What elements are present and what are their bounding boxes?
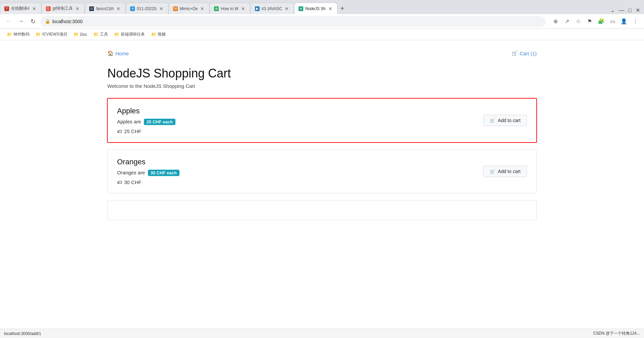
bookmark-label: Doc [80,32,87,37]
bookmark-item[interactable]: 📁前端调研任务 [111,30,148,39]
user-button[interactable]: 👤 [619,17,629,26]
folder-icon: 📁 [151,32,156,37]
tab-favicon: ✕ [130,6,135,11]
tab-title: fancn21th [96,6,114,11]
tab-title: gif录制工具 [53,6,73,11]
tab-favicon: M [173,6,178,11]
tab-title: 011-2022S [137,6,157,11]
product-info-apples: Apples Apples are 25 CHF each 🏷 25 CHF [117,107,483,134]
folder-icon: 📁 [73,32,79,37]
bookmark-item[interactable]: 📁工具 [91,30,111,39]
page-content: 🏠 Home 🛒 Cart (1) NodeJS Shopping Cart W… [0,40,644,329]
tab-close-button[interactable]: ✕ [75,5,80,12]
browser-frame: Y 在线翻译# ✕ G gif录制工具 ✕ ⊙ fancn21th ✕ ✕ 01… [0,0,644,338]
product-name-apples: Apples [117,107,483,115]
sidebar-button[interactable]: ▭ [608,17,617,26]
minimize-button[interactable]: — [618,7,626,14]
app-container: 🏠 Home 🛒 Cart (1) NodeJS Shopping Cart W… [87,40,557,237]
tab-close-button[interactable]: ✕ [328,5,333,12]
tab-t4[interactable]: ✕ 011-2022S ✕ [126,3,168,14]
bookmarks-bar: 📁神州数码📁ICVIEWS项目📁Doc📁工具📁前端调研任务📁视频 [0,29,644,40]
add-to-cart-button-oranges[interactable]: 🛒 Add to cart [483,166,527,177]
product-price-oranges: 🏷 30 CHF [117,179,483,185]
tab-title: 43 JAVASC [262,6,282,11]
page-title: NodeJS Shopping Cart [107,66,537,80]
tab-t6[interactable]: ⊕ How to W ✕ [210,3,250,14]
tab-t3[interactable]: ⊙ fancn21th ✕ [85,3,125,14]
new-tab-button[interactable]: + [338,3,347,14]
address-input-wrap[interactable]: 🔒 localhost:3000 [40,16,545,27]
product-card-2 [107,200,537,220]
menu-button[interactable]: ⋮ [631,17,640,26]
folder-icon: 📁 [36,32,41,37]
home-label: Home [115,51,129,56]
tab-bar: Y 在线翻译# ✕ G gif录制工具 ✕ ⊙ fancn21th ✕ ✕ 01… [0,0,644,14]
tab-close-button[interactable]: ✕ [284,5,289,12]
product-price-text-oranges: 30 CHF [124,179,142,185]
bookmark-label: 工具 [100,32,108,37]
bookmark-item[interactable]: 📁ICVIEWS项目 [33,30,70,39]
cart-label: Cart (1) [520,51,537,56]
cart-link[interactable]: 🛒 Cart (1) [512,50,537,56]
cart-icon-oranges: 🛒 [490,169,495,174]
product-card-apples: Apples Apples are 25 CHF each 🏷 25 CHF 🛒… [107,98,537,143]
status-right-text: CSDN @下一个转角124... [593,331,640,336]
product-name-oranges: Oranges [117,158,483,166]
tab-t7[interactable]: ▶ 43 JAVASC ✕ [251,3,294,14]
status-bar: localhost:3000/add/1 CSDN @下一个转角124... [0,329,644,338]
profile-button[interactable]: ⚑ [585,17,594,26]
bookmark-item[interactable]: 📁神州数码 [4,30,32,39]
product-price-badge-apples: 25 CHF each [144,119,175,125]
product-info-oranges: Oranges Oranges are 30 CHF each 🏷 30 CHF [117,158,483,185]
tab-close-button[interactable]: ✕ [32,5,37,12]
tab-t1[interactable]: Y 在线翻译# ✕ [0,3,41,14]
bookmark-button[interactable]: ☆ [574,17,583,26]
product-desc-apples: Apples are 25 CHF each [117,119,483,125]
tab-favicon: ⊕ [299,6,303,11]
tab-t8[interactable]: ⊕ NodeJS Sh ✕ [294,3,337,14]
tag-icon-apples: 🏷 [117,128,122,134]
tab-t5[interactable]: M Mimic+De ✕ [169,3,210,14]
product-price-text-apples: 25 CHF [124,128,142,134]
status-url: localhost:3000/add/1 [4,331,41,336]
tab-favicon: G [46,6,51,11]
home-icon: 🏠 [107,50,114,56]
tab-title: Mimic+De [180,6,198,11]
products-container: Apples Apples are 25 CHF each 🏷 25 CHF 🛒… [107,98,537,220]
tab-t2[interactable]: G gif录制工具 ✕ [42,3,85,14]
product-desc-oranges: Oranges are 30 CHF each [117,170,483,176]
extensions-button[interactable]: 🧩 [596,17,606,26]
back-button[interactable]: ← [4,17,13,26]
tab-end-controls: ⌄ — □ ✕ [609,6,644,14]
tab-close-button[interactable]: ✕ [200,5,205,12]
add-to-cart-button-apples[interactable]: 🛒 Add to cart [483,115,527,126]
maximize-button[interactable]: □ [627,7,633,14]
lock-icon: 🔒 [45,19,50,24]
reload-button[interactable]: ↻ [28,17,38,26]
product-price-apples: 🏷 25 CHF [117,128,483,134]
bookmark-label: 前端调研任务 [121,32,145,37]
tab-favicon: ⊕ [214,6,219,11]
cart-icon-apples: 🛒 [490,118,495,123]
bookmark-item[interactable]: 📁视频 [148,30,168,39]
tab-close-button[interactable]: ✕ [240,5,246,12]
product-price-badge-oranges: 30 CHF each [148,170,179,176]
tab-close-button[interactable]: ✕ [116,5,121,12]
forward-button[interactable]: → [16,17,25,26]
address-text: localhost:3000 [52,19,541,24]
close-browser-button[interactable]: ✕ [634,6,641,14]
cart-icon: 🛒 [512,50,518,56]
share-button[interactable]: ↗ [562,17,572,26]
bookmark-label: 视频 [158,32,166,37]
home-link[interactable]: 🏠 Home [107,50,129,56]
folder-icon: 📁 [114,32,119,37]
product-card-oranges: Oranges Oranges are 30 CHF each 🏷 30 CHF… [107,149,537,193]
tab-close-button[interactable]: ✕ [159,5,164,12]
folder-icon: 📁 [93,32,99,37]
bookmark-item[interactable]: 📁Doc [71,31,90,38]
translate-button[interactable]: ⊕ [551,17,560,26]
tab-favicon: ▶ [255,6,260,11]
folder-icon: 📁 [7,32,12,37]
tab-list-button[interactable]: ⌄ [609,6,616,14]
tab-title: NodeJS Sh [305,6,326,11]
